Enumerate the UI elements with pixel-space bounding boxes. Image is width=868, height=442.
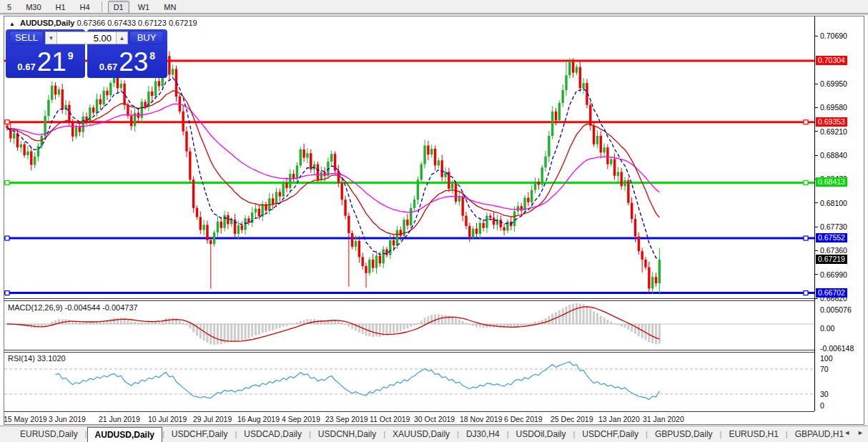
date-tick-label: 15 May 2019 <box>4 415 47 423</box>
one-click-trade-panel: SELL 0.67 21 9 BUY 0.67 23 8 ▼ 5.00 ▲ <box>6 29 167 78</box>
rsi-pane[interactable] <box>4 353 814 411</box>
line-anchor-marker <box>804 236 808 240</box>
tab-scroll-nav: ◄► <box>844 429 864 436</box>
rsi-axis-label: 0 <box>820 401 824 410</box>
volume-spinner: ▼ 5.00 ▲ <box>45 31 128 44</box>
chart-tab-usdoil-daily[interactable]: USDOil,Daily <box>508 426 573 442</box>
level-price-label: 0.66702 <box>816 288 847 298</box>
chart-tab-eurusd-daily[interactable]: EURUSD,Daily <box>13 426 85 442</box>
rsi-label: RSI(14) 33.1020 <box>8 354 66 363</box>
buy-price: 0.67 23 8 <box>87 46 167 77</box>
timeframe-toolbar: 5M30H1H4D1W1MN <box>0 0 868 15</box>
price-tick: 0.69950 <box>815 79 847 88</box>
chart-symbol-title: ▲ AUDUSD,Daily 0.67366 0.67433 0.67123 0… <box>9 19 197 27</box>
volume-field[interactable]: 5.00 <box>57 31 116 44</box>
price-tick: 0.70690 <box>815 31 847 40</box>
line-anchor-marker <box>5 180 9 185</box>
timeframe-H1[interactable]: H1 <box>50 1 71 14</box>
timeframe-H4[interactable]: H4 <box>74 1 96 14</box>
date-tick-label: 10 Jul 2019 <box>148 415 187 423</box>
chart-tab-xauusd-daily[interactable]: XAUUSD,Daily <box>385 426 457 442</box>
date-tick-label: 31 Jan 2020 <box>643 415 684 423</box>
rsi-axis-label: 30 <box>820 390 829 398</box>
date-tick-label: 16 Aug 2019 <box>237 415 280 423</box>
chart-tab-bar: EURUSD,Daily|AUDUSD,Daily|USDCHF,Daily|U… <box>0 426 868 442</box>
timeframe-MN[interactable]: MN <box>158 1 182 14</box>
timeframe-bar: 5M30H1H4D1W1MN <box>0 1 183 14</box>
chart-window: ▲ AUDUSD,Daily 0.67366 0.67433 0.67123 0… <box>4 16 864 425</box>
level-price-label: 0.70304 <box>816 56 847 65</box>
date-tick-label: 23 Sep 2019 <box>325 415 368 423</box>
timeframe-W1[interactable]: W1 <box>132 1 156 14</box>
buy-button[interactable]: BUY <box>129 31 164 44</box>
line-anchor-marker <box>804 120 808 124</box>
price-tick: 0.68840 <box>815 151 847 159</box>
date-tick-label: 4 Sep 2019 <box>282 415 320 423</box>
price-tick: 0.69210 <box>815 127 847 136</box>
chart-tab-gbpusd-daily[interactable]: GBPUSD,Daily <box>648 426 720 442</box>
ma-slow-line <box>7 104 659 212</box>
macd-axis-label: 0.005076 <box>820 305 852 314</box>
level-price-label: 0.67552 <box>816 233 847 242</box>
volume-increase-icon[interactable]: ▲ <box>116 31 128 44</box>
line-anchor-marker <box>5 236 9 240</box>
chart-tab-usdchf-daily[interactable]: USDCHF,Daily <box>164 426 235 442</box>
chart-tab-usdchf-daily[interactable]: USDCHF,Daily <box>575 426 646 442</box>
date-tick-label: 3 Jun 2019 <box>49 415 86 423</box>
line-anchor-marker <box>5 291 9 295</box>
line-anchor-marker <box>804 291 808 295</box>
rsi-axis-label: 100 <box>820 354 833 363</box>
date-tick-label: 30 Oct 2019 <box>414 415 455 423</box>
macd-label: MACD(12,26,9) -0.004544 -0.004737 <box>8 303 138 312</box>
chart-tab-dj30-h4[interactable]: DJ30,H4 <box>459 426 507 442</box>
date-tick-label: 11 Oct 2019 <box>370 415 410 423</box>
macd-axis-label: -0.006148 <box>820 344 854 353</box>
date-tick-label: 6 Dec 2019 <box>504 415 543 423</box>
timeframe-D1[interactable]: D1 <box>108 1 129 14</box>
trading-app: 5M30H1H4D1W1MN ▲ AUDUSD,Daily 0.67366 0.… <box>0 0 868 442</box>
sell-price: 0.67 21 9 <box>6 46 85 77</box>
timeframe-M30[interactable]: M30 <box>20 1 46 14</box>
price-axis: 0.706900.699500.695800.692100.688400.684… <box>814 16 864 411</box>
rsi-axis-label: 70 <box>820 365 829 373</box>
chart-tab-audusd-daily[interactable]: AUDUSD,Daily <box>87 427 162 442</box>
price-tick: 0.66990 <box>815 270 847 279</box>
date-tick-label: 25 Dec 2019 <box>551 415 593 423</box>
chart-tab-usdcnh-daily[interactable]: USDCNH,Daily <box>311 426 383 442</box>
tab-scroll-right-icon[interactable]: ► <box>857 429 864 436</box>
price-tick: 0.67360 <box>815 246 847 255</box>
macd-axis-label: 0.00 <box>820 324 834 333</box>
date-tick-label: 13 Jan 2020 <box>598 415 640 423</box>
date-tick-label: 29 Jul 2019 <box>193 415 232 423</box>
chart-tab-usdcad-daily[interactable]: USDCAD,Daily <box>237 426 309 442</box>
chart-tab-gbpaud-h1[interactable]: GBPAUD,H1 <box>788 426 851 442</box>
candlestick-series <box>6 48 661 294</box>
collapse-triangle-icon[interactable]: ▲ <box>9 21 15 27</box>
rsi-chart-canvas[interactable] <box>4 353 814 411</box>
date-axis: 15 May 20193 Jun 201921 Jun 201910 Jul 2… <box>4 411 814 424</box>
level-price-label: 0.69353 <box>816 117 847 127</box>
price-tick: 0.67730 <box>815 222 847 231</box>
timeframe-5[interactable]: 5 <box>1 1 17 14</box>
sell-button[interactable]: SELL <box>9 31 44 44</box>
price-tick: 0.69580 <box>815 103 847 112</box>
ma-mid-line <box>7 91 659 235</box>
symbol-label: AUDUSD,Daily <box>20 19 74 27</box>
date-tick-label: 18 Nov 2019 <box>460 415 503 423</box>
tab-scroll-left-icon[interactable]: ◄ <box>844 429 850 436</box>
current-price-label: 0.67219 <box>816 255 847 264</box>
date-tick-label: 21 Jun 2019 <box>99 415 140 423</box>
level-price-label: 0.68413 <box>816 177 847 187</box>
chart-tab-eurusd-h1[interactable]: EURUSD,H1 <box>721 426 785 442</box>
line-anchor-marker <box>804 180 808 185</box>
volume-decrease-icon[interactable]: ▼ <box>45 31 57 44</box>
price-tick: 0.68100 <box>815 199 847 207</box>
ohlc-values: 0.67366 0.67433 0.67123 0.67219 <box>77 19 197 27</box>
toolbar-separator <box>102 1 102 12</box>
